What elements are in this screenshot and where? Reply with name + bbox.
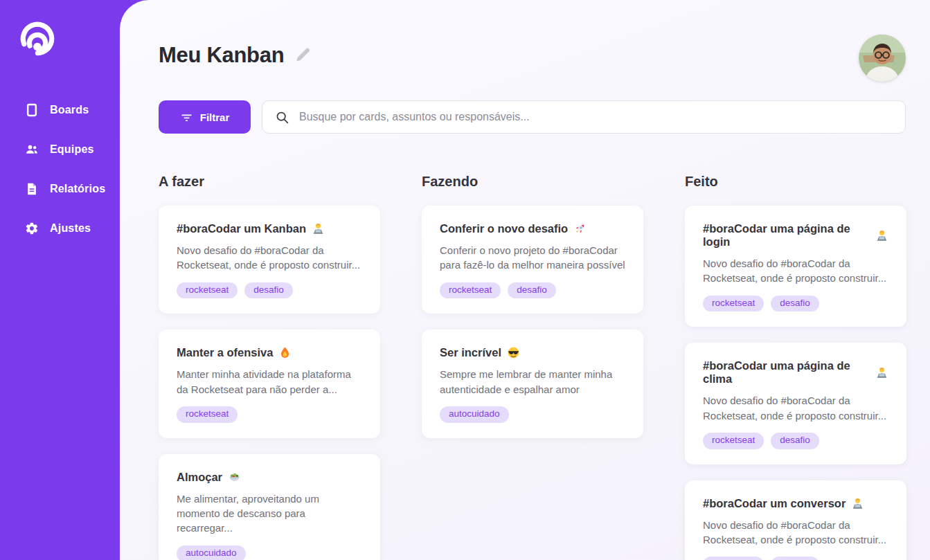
tag[interactable]: desafio bbox=[771, 557, 819, 560]
technologist-emoji bbox=[851, 497, 864, 510]
card-title: #boraCodar uma página de clima bbox=[703, 359, 870, 386]
search-box bbox=[262, 100, 906, 134]
page-title: Meu Kanban bbox=[159, 43, 284, 68]
kanban-card[interactable]: Conferir o novo desafio Conferir o novo … bbox=[422, 206, 643, 314]
technologist-emoji bbox=[312, 222, 325, 235]
tag[interactable]: autocuidado bbox=[440, 406, 509, 423]
card-title: Almoçar bbox=[177, 471, 222, 484]
tag[interactable]: rocketseat bbox=[703, 296, 764, 312]
avatar[interactable] bbox=[859, 35, 906, 82]
kanban-card[interactable]: Ser incrível Sempre me lembrar de manter… bbox=[422, 329, 643, 437]
sidebar-item-ajustes[interactable]: Ajustes bbox=[0, 208, 120, 248]
tag[interactable]: desafio bbox=[244, 282, 293, 299]
card-description: Novo desafio do #boraCodar da Rocketseat… bbox=[703, 518, 888, 548]
card-description: Novo desafio do #boraCodar da Rocketseat… bbox=[177, 243, 362, 273]
sidebar-item-label: Equipes bbox=[50, 143, 94, 156]
column-title: Fazendo bbox=[422, 174, 643, 190]
sidebar-item-equipes[interactable]: Equipes bbox=[0, 129, 120, 169]
card-title: #boraCodar um conversor bbox=[703, 497, 846, 510]
tag[interactable]: rocketseat bbox=[703, 557, 764, 560]
tag[interactable]: desafio bbox=[771, 433, 819, 449]
card-description: Novo desafio do #boraCodar da Rocketseat… bbox=[703, 256, 888, 286]
report-icon bbox=[25, 182, 39, 196]
kanban-card[interactable]: #boraCodar um Kanban Novo desafio do #bo… bbox=[159, 206, 380, 314]
tag[interactable]: rocketseat bbox=[177, 282, 238, 299]
team-icon bbox=[25, 143, 39, 156]
rocketseat-logo bbox=[19, 19, 56, 57]
toolbar: Filtrar bbox=[159, 100, 906, 134]
search-input[interactable] bbox=[299, 111, 893, 123]
magnifier-icon bbox=[275, 110, 289, 125]
column-feito: Feito #boraCodar uma página de login Nov… bbox=[685, 157, 906, 560]
sidebar-item-label: Relatórios bbox=[50, 183, 105, 195]
column-title: Feito bbox=[685, 174, 906, 190]
card-title: Manter a ofensiva bbox=[177, 346, 273, 359]
card-description: Manter minha atividade na plataforma da … bbox=[177, 367, 362, 397]
sidebar-nav: Boards Equipes bbox=[0, 90, 120, 248]
sidebar-item-label: Ajustes bbox=[50, 222, 91, 235]
technologist-emoji bbox=[875, 366, 888, 379]
main-panel: Meu Kanban bbox=[120, 0, 930, 560]
tag[interactable]: desafio bbox=[508, 282, 556, 299]
card-description: Me alimentar, aproveitando um momento de… bbox=[177, 491, 362, 536]
kanban-card[interactable]: #boraCodar uma página de clima Novo desa… bbox=[685, 343, 906, 464]
tag[interactable]: rocketseat bbox=[703, 433, 764, 449]
card-title: #boraCodar uma página de login bbox=[703, 222, 870, 249]
sidebar-item-relatorios[interactable]: Relatórios bbox=[0, 169, 120, 208]
tag[interactable]: autocuidado bbox=[177, 545, 246, 560]
settings-icon bbox=[25, 222, 39, 235]
kanban-card[interactable]: Almoçar Me alimentar, aproveitando um mo… bbox=[159, 454, 380, 560]
column-a-fazer: A fazer #boraCodar um Kanban Novo desafi… bbox=[159, 157, 380, 560]
kanban-card[interactable]: Manter a ofensiva Manter minha atividade… bbox=[159, 329, 380, 437]
sidebar: Boards Equipes bbox=[0, 0, 120, 560]
pencil-icon[interactable] bbox=[294, 46, 312, 64]
card-title: Conferir o novo desafio bbox=[440, 222, 568, 235]
column-fazendo: Fazendo Conferir o novo desafio Conferir… bbox=[422, 157, 643, 454]
filter-lines-icon bbox=[180, 111, 193, 124]
kanban-board: A fazer #boraCodar um Kanban Novo desafi… bbox=[159, 157, 906, 560]
tag[interactable]: rocketseat bbox=[177, 406, 238, 423]
tag[interactable]: desafio bbox=[771, 296, 819, 312]
fire-emoji bbox=[278, 346, 292, 359]
column-title: A fazer bbox=[159, 174, 380, 190]
sidebar-item-boards[interactable]: Boards bbox=[0, 90, 120, 129]
rocket-emoji bbox=[573, 222, 587, 235]
card-description: Conferir o novo projeto do #boraCodar pa… bbox=[440, 243, 625, 273]
sidebar-item-label: Boards bbox=[50, 104, 89, 116]
filter-button[interactable]: Filtrar bbox=[159, 100, 251, 134]
kanban-card[interactable]: #boraCodar um conversor Novo desafio do … bbox=[685, 480, 906, 560]
kanban-card[interactable]: #boraCodar uma página de login Novo desa… bbox=[685, 206, 906, 327]
card-title: #boraCodar um Kanban bbox=[177, 222, 306, 235]
tag[interactable]: rocketseat bbox=[440, 282, 501, 299]
card-description: Novo desafio do #boraCodar da Rocketseat… bbox=[703, 393, 888, 423]
page-header: Meu Kanban bbox=[159, 0, 906, 82]
board-icon bbox=[25, 103, 39, 117]
technologist-emoji bbox=[875, 229, 888, 242]
card-title: Ser incrível bbox=[440, 346, 501, 359]
card-description: Sempre me lembrar de manter minha autent… bbox=[440, 367, 625, 397]
kanban-app: Boards Equipes bbox=[0, 0, 930, 560]
filter-button-label: Filtrar bbox=[200, 111, 230, 123]
salad-emoji bbox=[228, 471, 241, 484]
sunglasses-face-emoji bbox=[507, 346, 520, 359]
